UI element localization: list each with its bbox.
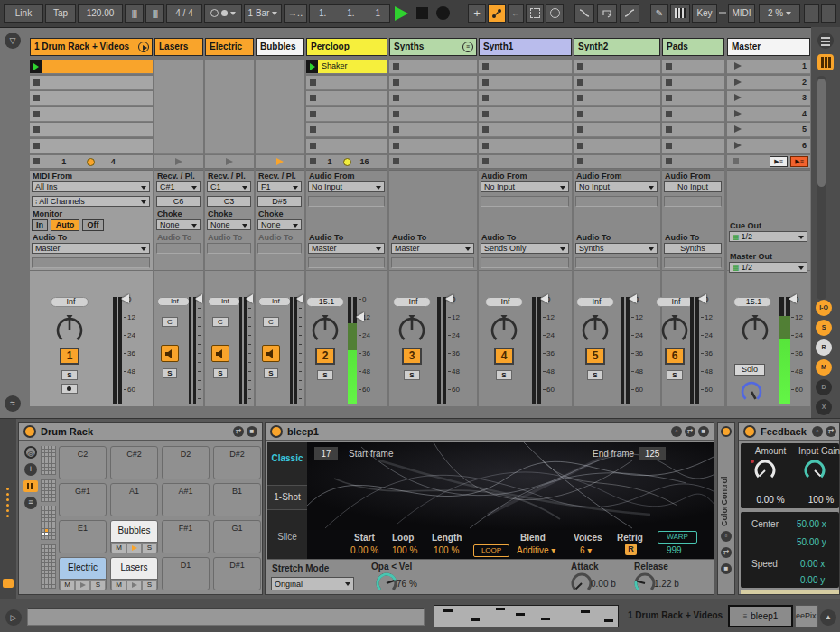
clip-stop-icon[interactable] xyxy=(482,95,489,101)
clip-stop-icon[interactable] xyxy=(33,111,40,117)
pad-overview-grid[interactable] xyxy=(41,506,56,540)
track-volume-display[interactable]: -Inf xyxy=(51,297,89,307)
clip-slot[interactable] xyxy=(479,107,572,122)
solo-button[interactable]: S xyxy=(213,368,228,378)
track-activator-number[interactable]: 6 xyxy=(665,348,685,365)
clip-stop-icon[interactable] xyxy=(393,63,399,70)
routing-value-box[interactable]: D#5 xyxy=(257,196,302,207)
pad-preview-button[interactable] xyxy=(76,581,89,590)
mixer-section-toggle-d[interactable]: D xyxy=(816,379,832,395)
auto-select-icon[interactable]: ◎ xyxy=(24,446,37,459)
track-activator-button[interactable] xyxy=(211,345,229,362)
start-frame-value[interactable]: 17 xyxy=(314,447,338,460)
clip-slot[interactable] xyxy=(389,76,477,90)
clip-stop-icon[interactable] xyxy=(482,111,489,117)
pan-knob[interactable] xyxy=(489,315,519,346)
drum-pad-bubbles[interactable]: BubblesMS xyxy=(110,520,158,553)
clip-slot[interactable] xyxy=(662,107,724,122)
clip-stop-icon[interactable] xyxy=(310,158,316,164)
track-header[interactable]: Percloop xyxy=(306,38,387,56)
input-gain-value[interactable]: 100 % xyxy=(798,495,840,505)
routing-select[interactable]: ⁞All Channels xyxy=(32,196,150,207)
clip-slot[interactable]: Shaker xyxy=(306,60,387,74)
clip-slot[interactable] xyxy=(30,76,153,90)
clip-slot[interactable] xyxy=(306,123,387,137)
routing-value-box[interactable]: C6 xyxy=(156,196,201,207)
drum-pad[interactable]: C#2 xyxy=(110,446,158,479)
center-y-value[interactable]: 50.00 y xyxy=(797,537,826,547)
track-header[interactable]: 1 Drum Rack + Videos xyxy=(30,38,153,56)
track-activator-button[interactable] xyxy=(262,345,280,362)
clip-stop-icon[interactable] xyxy=(310,111,316,117)
scrollbar-thumb[interactable] xyxy=(817,79,826,187)
clip-slot[interactable] xyxy=(662,123,724,137)
routing-select[interactable]: No Input xyxy=(481,181,569,192)
clip-stop-icon[interactable] xyxy=(393,111,399,117)
warp-value[interactable]: 999 xyxy=(667,545,682,555)
device-on-led[interactable] xyxy=(270,425,283,438)
clip[interactable] xyxy=(42,60,153,73)
pan-knob[interactable] xyxy=(659,315,690,346)
monitor-off-button[interactable]: Off xyxy=(82,219,104,231)
scene-slot[interactable]: 1 xyxy=(727,60,810,74)
pad-overview-grid[interactable] xyxy=(41,544,56,589)
length-value[interactable]: 100 % xyxy=(434,545,459,555)
clip-slot[interactable] xyxy=(662,139,724,153)
scene-play-icon[interactable] xyxy=(734,125,742,133)
toggle-detail-view-icon[interactable]: ▲ xyxy=(820,609,836,626)
pan-knob[interactable] xyxy=(580,315,611,346)
routing-value-box[interactable]: C3 xyxy=(207,196,251,207)
solo-button[interactable]: S xyxy=(61,370,78,380)
volume-fader[interactable] xyxy=(540,294,548,303)
mixer-section-toggle-r[interactable]: R xyxy=(816,339,832,356)
hot-swap-icon[interactable]: ⇄ xyxy=(685,426,695,437)
routing-select[interactable]: C1 xyxy=(207,181,251,192)
track-activator-number[interactable]: 2 xyxy=(315,348,335,365)
clip-slot[interactable] xyxy=(30,107,153,122)
volume-fader[interactable] xyxy=(789,294,797,303)
stop-all-clips-active-button[interactable]: ▶≡ xyxy=(790,156,808,167)
volume-fader[interactable] xyxy=(195,294,202,303)
clip-stop-icon[interactable] xyxy=(666,79,672,86)
routing-select[interactable]: Sends Only xyxy=(481,243,569,254)
drum-pad[interactable]: G#1 xyxy=(59,483,107,516)
amount-value[interactable]: 0.00 % xyxy=(748,495,793,505)
routing-select[interactable]: No Input xyxy=(575,181,658,192)
pan-knob[interactable] xyxy=(310,315,341,346)
clip-slot[interactable] xyxy=(479,91,572,106)
clip-slot[interactable] xyxy=(306,107,387,122)
mixer-section-toggle-m[interactable]: M xyxy=(816,359,832,376)
clip-slot[interactable] xyxy=(30,123,153,137)
track-header[interactable]: Synth1 xyxy=(479,38,572,56)
drum-pad[interactable]: C2 xyxy=(59,446,107,479)
drum-pad[interactable]: D#2 xyxy=(213,446,261,479)
clip-stop-icon[interactable] xyxy=(33,143,40,149)
pan-display[interactable]: C xyxy=(212,317,229,327)
clip-slot[interactable] xyxy=(389,139,477,153)
clip-stop-icon[interactable] xyxy=(666,158,672,164)
clip-launch-button[interactable] xyxy=(30,60,42,73)
device-on-led[interactable] xyxy=(23,425,36,438)
clip-stop-icon[interactable] xyxy=(33,79,40,86)
routing-select[interactable]: ▦1/2 xyxy=(729,231,807,242)
track-activator-number[interactable]: 4 xyxy=(494,348,514,365)
clip-slot[interactable] xyxy=(389,107,477,122)
pad-mute-button[interactable]: M xyxy=(112,581,126,590)
opa-vel-value[interactable]: 76 % xyxy=(397,579,417,589)
clip-slot[interactable] xyxy=(389,60,477,74)
blend-select[interactable]: Additive ▾ xyxy=(517,545,555,555)
clip-stop-icon[interactable] xyxy=(577,111,583,117)
clip-slot[interactable] xyxy=(662,76,724,90)
track-volume-display[interactable]: -Inf xyxy=(258,297,291,306)
track-header[interactable]: Synth2 xyxy=(574,38,660,56)
clip-slot[interactable] xyxy=(479,139,572,153)
clip-slot[interactable] xyxy=(574,91,660,106)
pan-knob[interactable] xyxy=(740,315,770,346)
stretch-mode-select[interactable]: Original xyxy=(271,577,354,590)
drum-pad[interactable]: E1 xyxy=(59,520,107,553)
speed-y-value[interactable]: 0.00 y xyxy=(800,575,825,585)
clip-slot[interactable] xyxy=(574,60,660,74)
stop-all-clips-button[interactable]: ▶≡ xyxy=(770,156,788,167)
clip-stop-icon[interactable] xyxy=(733,158,739,164)
clip-slot[interactable] xyxy=(574,123,660,137)
